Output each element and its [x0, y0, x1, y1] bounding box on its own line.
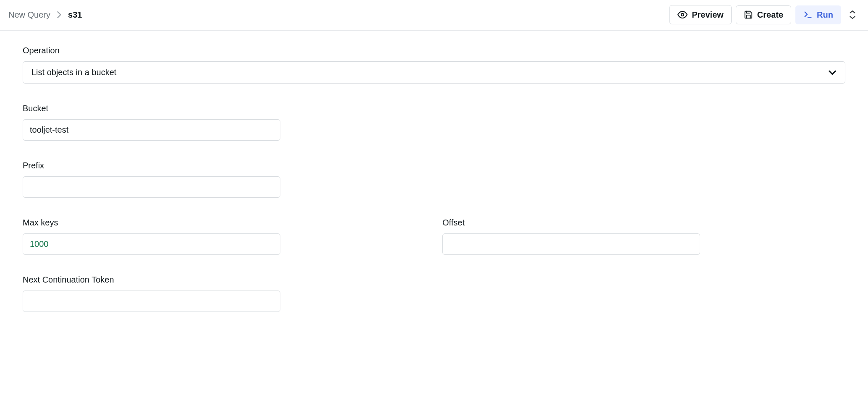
operation-select[interactable]: List objects in a bucket [23, 61, 845, 84]
offset-input[interactable] [442, 233, 700, 255]
nct-label: Next Continuation Token [23, 275, 845, 285]
chevron-up-down-icon [849, 10, 856, 19]
terminal-icon [803, 10, 813, 19]
operation-value: List objects in a bucket [31, 68, 116, 77]
preview-label: Preview [692, 10, 724, 20]
query-form: Operation List objects in a bucket Bucke… [0, 31, 868, 347]
create-button[interactable]: Create [736, 5, 791, 24]
maxkeys-label: Max keys [23, 218, 426, 228]
eye-icon [677, 10, 688, 20]
bucket-label: Bucket [23, 104, 845, 113]
preview-button[interactable]: Preview [669, 5, 732, 24]
nct-field-group: Next Continuation Token [23, 275, 845, 312]
bucket-input[interactable] [23, 119, 280, 141]
maxkeys-input[interactable] [23, 233, 280, 255]
breadcrumb: New Query s31 [8, 10, 82, 20]
save-icon [744, 10, 753, 19]
operation-label: Operation [23, 46, 845, 55]
run-label: Run [817, 10, 833, 20]
prefix-field-group: Prefix [23, 161, 845, 198]
nct-input[interactable] [23, 291, 280, 312]
prefix-label: Prefix [23, 161, 845, 170]
maxkeys-field-group: Max keys [23, 218, 426, 255]
page-header: New Query s31 Preview Create Run [0, 0, 868, 31]
prefix-input[interactable] [23, 176, 280, 198]
breadcrumb-root[interactable]: New Query [8, 10, 50, 20]
maxkeys-offset-row: Max keys Offset [23, 218, 845, 255]
offset-field-group: Offset [442, 218, 845, 255]
chevron-down-icon [828, 70, 837, 75]
operation-field-group: Operation List objects in a bucket [23, 46, 845, 84]
create-label: Create [757, 10, 783, 20]
header-actions: Preview Create Run [669, 5, 860, 24]
bucket-field-group: Bucket [23, 104, 845, 141]
breadcrumb-current[interactable]: s31 [68, 10, 82, 20]
offset-label: Offset [442, 218, 845, 228]
run-button[interactable]: Run [795, 5, 841, 24]
chevron-right-icon [57, 11, 61, 18]
collapse-toggle[interactable] [845, 8, 860, 22]
svg-point-0 [681, 13, 684, 16]
